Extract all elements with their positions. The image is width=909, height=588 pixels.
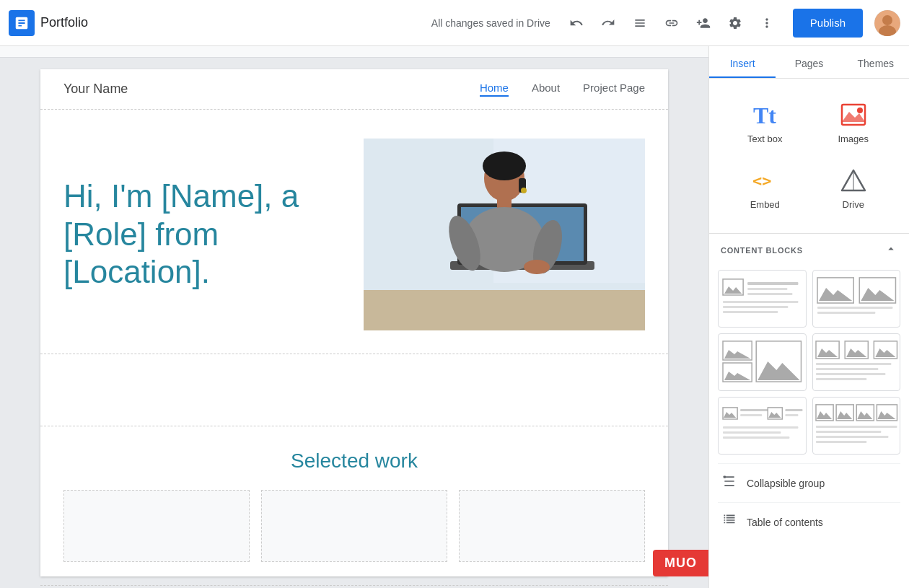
canvas-page: Your Name Home About Project Page Hi, I'… [40,69,668,576]
more-button[interactable] [752,9,781,38]
text-box-label: Text box [747,133,782,144]
svg-marker-42 [724,372,750,380]
svg-rect-52 [816,368,878,370]
portfolio-card-2[interactable] [261,490,447,562]
svg-point-21 [857,107,863,113]
site-nav: Your Name Home About Project Page [40,69,668,110]
svg-marker-34 [819,288,852,301]
selected-work-title: Selected work [63,449,645,473]
svg-marker-73 [877,411,895,419]
tab-pages[interactable]: Pages [776,46,842,78]
table-of-contents-item[interactable]: Table of contents [718,502,900,541]
extra-items: Collapsible group Table of contents [709,463,909,550]
publish-button[interactable]: Publish [793,9,863,38]
hero-image [364,139,645,330]
svg-rect-28 [747,288,787,290]
document-title: Portfolio [40,15,88,30]
collapsible-group-item[interactable]: Collapsible group [718,463,900,502]
svg-marker-50 [875,348,895,357]
insert-images[interactable]: Images [809,90,898,156]
hero-text[interactable]: Hi, I'm [Name], a [Role] from [Location]… [63,177,341,291]
svg-rect-78 [724,476,726,478]
svg-marker-67 [817,411,832,419]
svg-rect-57 [740,409,768,411]
muo-watermark: MUO [653,550,708,576]
nav-link-about[interactable]: About [532,82,560,97]
block-thumb-6[interactable] [812,397,901,455]
svg-rect-58 [740,414,762,416]
portfolio-cards [63,490,645,562]
svg-marker-48 [846,348,866,357]
content-blocks-collapse[interactable] [884,242,897,258]
nav-link-project-page[interactable]: Project Page [583,82,645,97]
embed-label: Embed [750,199,780,210]
canvas-area[interactable]: Your Name Home About Project Page Hi, I'… [0,46,708,588]
svg-rect-5 [364,290,645,330]
svg-marker-40 [724,350,750,359]
svg-rect-64 [723,431,781,434]
content-blocks-header: CONTENT BLOCKS [709,233,909,267]
block-thumb-3[interactable] [718,333,807,391]
images-icon [840,102,866,128]
block-thumb-1[interactable] [718,270,807,328]
site-nav-links: Home About Project Page [480,82,645,97]
svg-point-17 [521,188,527,193]
insert-embed[interactable]: <> Embed [721,156,809,221]
table-of-contents-label: Table of contents [747,517,823,528]
undo-button[interactable] [562,9,591,38]
svg-rect-32 [723,311,778,313]
nav-link-home[interactable]: Home [480,82,509,97]
svg-marker-26 [724,286,742,294]
user-avatar[interactable] [874,10,900,36]
svg-marker-56 [724,412,736,418]
svg-rect-27 [747,282,798,285]
insert-drive[interactable]: Drive [809,156,898,221]
svg-rect-31 [723,306,788,308]
portfolio-card-1[interactable] [63,490,250,562]
block-thumb-2[interactable] [812,270,901,328]
panel-tabs: Insert Pages Themes [709,46,909,79]
collapsible-icon [721,474,738,492]
svg-marker-60 [768,412,781,418]
svg-marker-20 [842,112,865,122]
settings-button[interactable] [721,9,750,38]
tab-themes[interactable]: Themes [843,46,909,78]
insert-grid: Tt Text box Images [709,79,909,233]
main-area: Your Name Home About Project Page Hi, I'… [0,46,909,588]
svg-marker-46 [817,348,838,357]
svg-point-10 [483,152,526,180]
svg-rect-74 [816,426,897,428]
portfolio-card-3[interactable] [459,490,645,562]
svg-rect-53 [816,373,885,375]
block-thumb-5[interactable] [718,397,807,455]
svg-marker-71 [857,411,872,419]
save-status: All changes saved in Drive [431,17,550,29]
preview-button[interactable] [625,9,654,38]
svg-rect-38 [817,312,875,314]
svg-rect-29 [747,293,792,295]
svg-point-15 [524,260,550,274]
toolbar-icons [562,9,781,38]
svg-rect-75 [816,431,881,433]
svg-point-1 [882,15,892,25]
drive-icon [840,167,866,193]
content-blocks-label: CONTENT BLOCKS [721,246,803,255]
svg-text:<>: <> [752,172,772,190]
block-thumb-4[interactable] [812,333,901,391]
link-button[interactable] [657,9,686,38]
svg-rect-61 [785,409,802,411]
empty-section [40,354,668,426]
site-name: Your Name [63,82,128,97]
add-user-button[interactable] [689,9,718,38]
embed-icon: <> [752,167,778,193]
svg-rect-65 [723,436,789,439]
hero-section: Hi, I'm [Name], a [Role] from [Location]… [40,110,668,354]
svg-marker-36 [861,288,894,301]
svg-rect-77 [816,441,866,443]
svg-rect-76 [816,436,888,438]
topbar: Portfolio All changes saved in Drive [0,0,909,46]
tab-insert[interactable]: Insert [709,46,776,78]
redo-button[interactable] [594,9,623,38]
insert-text-box[interactable]: Tt Text box [721,90,809,156]
right-panel: Insert Pages Themes Tt Text box [708,46,909,588]
